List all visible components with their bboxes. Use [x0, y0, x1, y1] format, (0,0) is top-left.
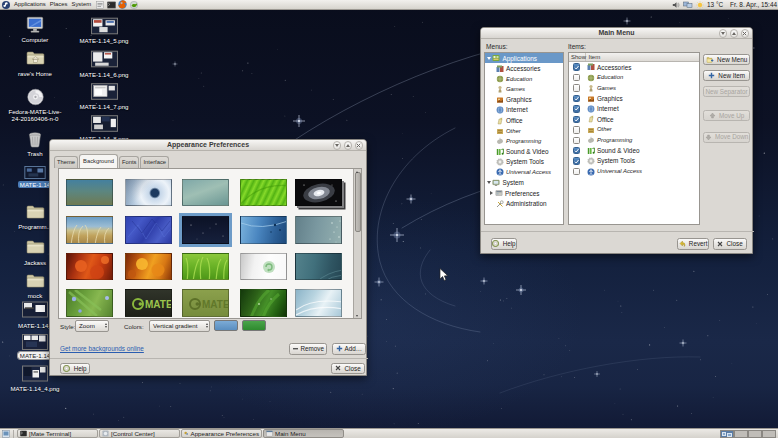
svg-text:MATE: MATE	[202, 299, 229, 310]
svg-text:MATE: MATE	[145, 299, 172, 310]
